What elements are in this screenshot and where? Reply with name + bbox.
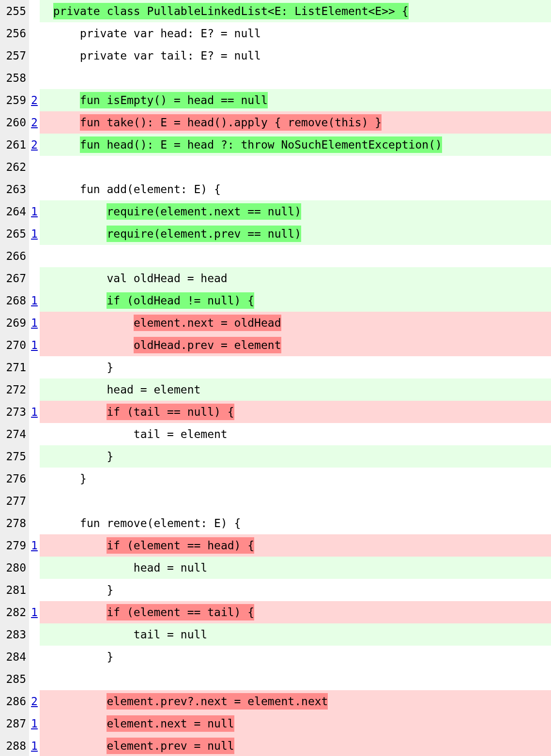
coverage-count-link[interactable]: 1 xyxy=(31,292,38,309)
coverage-count-link[interactable]: 1 xyxy=(31,715,38,732)
code-line: 262 xyxy=(0,156,551,178)
line-number: 266 xyxy=(0,245,29,267)
coverage-count xyxy=(29,445,40,468)
coverage-count[interactable]: 1 xyxy=(29,401,40,423)
code-content: element.prev = null xyxy=(40,735,551,756)
line-number: 259 xyxy=(0,89,29,111)
line-number: 288 xyxy=(0,735,29,756)
code-line: 272 head = element xyxy=(0,378,551,401)
code-content: tail = element xyxy=(40,423,551,445)
line-number: 277 xyxy=(0,490,29,512)
code-segment: } xyxy=(40,448,113,465)
coverage-count xyxy=(29,267,40,289)
coverage-count-link[interactable]: 1 xyxy=(31,337,38,354)
code-segment xyxy=(40,203,107,220)
code-line: 281 } xyxy=(0,579,551,601)
coverage-count xyxy=(29,45,40,67)
code-line: 267 val oldHead = head xyxy=(0,267,551,289)
code-segment xyxy=(40,537,107,554)
coverage-count[interactable]: 1 xyxy=(29,223,40,245)
coverage-count[interactable]: 1 xyxy=(29,200,40,223)
coverage-count[interactable]: 1 xyxy=(29,312,40,334)
line-number: 264 xyxy=(0,200,29,223)
code-line: 284 } xyxy=(0,646,551,668)
code-segment: fun add(element: E) { xyxy=(40,181,221,198)
line-number: 258 xyxy=(0,67,29,89)
code-content: fun take(): E = head().apply { remove(th… xyxy=(40,111,551,134)
code-segment: private class PullableLinkedList<E: List… xyxy=(53,3,409,20)
code-segment: if (oldHead != null) { xyxy=(107,292,254,309)
line-number: 269 xyxy=(0,312,29,334)
coverage-count[interactable]: 2 xyxy=(29,134,40,156)
code-segment: } xyxy=(40,470,87,487)
coverage-count-link[interactable]: 1 xyxy=(31,604,38,621)
code-segment: fun head(): E = head ?: throw NoSuchElem… xyxy=(80,136,442,153)
code-segment: element.next = oldHead xyxy=(134,315,281,332)
coverage-count[interactable]: 1 xyxy=(29,601,40,623)
code-line: 285 xyxy=(0,668,551,690)
coverage-count[interactable]: 1 xyxy=(29,334,40,356)
code-line: 255 private class PullableLinkedList<E: … xyxy=(0,0,551,22)
code-content: val oldHead = head xyxy=(40,267,551,289)
coverage-count xyxy=(29,490,40,512)
code-segment: if (element == head) { xyxy=(107,537,254,554)
code-content: head = null xyxy=(40,557,551,579)
code-line: 2592 fun isEmpty() = head == null xyxy=(0,89,551,111)
code-content: if (element == head) { xyxy=(40,534,551,557)
coverage-count-link[interactable]: 2 xyxy=(31,92,38,109)
code-line: 2791 if (element == head) { xyxy=(0,534,551,557)
coverage-count[interactable]: 1 xyxy=(29,712,40,735)
coverage-count-link[interactable]: 1 xyxy=(31,404,38,421)
code-content: } xyxy=(40,356,551,378)
code-segment xyxy=(40,226,107,242)
line-number: 263 xyxy=(0,178,29,200)
coverage-count[interactable]: 2 xyxy=(29,690,40,712)
code-segment: fun remove(element: E) { xyxy=(40,515,241,532)
coverage-count[interactable]: 1 xyxy=(29,735,40,756)
code-content: private var tail: E? = null xyxy=(40,45,551,67)
code-segment: require(element.next == null) xyxy=(107,203,301,220)
coverage-count-link[interactable]: 1 xyxy=(31,226,38,242)
code-content: } xyxy=(40,468,551,490)
coverage-count-link[interactable]: 1 xyxy=(31,738,38,755)
line-number: 284 xyxy=(0,646,29,668)
code-line: 2641 require(element.next == null) xyxy=(0,200,551,223)
coverage-count-link[interactable]: 2 xyxy=(31,114,38,131)
line-number: 270 xyxy=(0,334,29,356)
coverage-count[interactable]: 1 xyxy=(29,289,40,312)
code-segment xyxy=(40,604,107,621)
code-content: if (tail == null) { xyxy=(40,401,551,423)
code-segment: oldHead.prev = element xyxy=(134,337,281,354)
code-segment xyxy=(40,3,53,20)
coverage-count[interactable]: 2 xyxy=(29,89,40,111)
coverage-count[interactable]: 2 xyxy=(29,111,40,134)
code-content xyxy=(40,67,551,89)
line-number: 275 xyxy=(0,445,29,468)
coverage-count[interactable]: 1 xyxy=(29,534,40,557)
coverage-count-link[interactable]: 1 xyxy=(31,537,38,554)
code-line: 2871 element.next = null xyxy=(0,712,551,735)
code-content: if (oldHead != null) { xyxy=(40,289,551,312)
coverage-count-link[interactable]: 1 xyxy=(31,315,38,332)
code-segment: if (element == tail) { xyxy=(107,604,254,621)
code-content xyxy=(40,245,551,267)
coverage-count xyxy=(29,646,40,668)
coverage-count-link[interactable]: 2 xyxy=(31,693,38,710)
code-content: tail = null xyxy=(40,623,551,646)
code-segment: if (tail == null) { xyxy=(107,404,234,421)
code-line: 257 private var tail: E? = null xyxy=(0,45,551,67)
coverage-count-link[interactable]: 2 xyxy=(31,136,38,153)
code-line: 275 } xyxy=(0,445,551,468)
code-segment: tail = null xyxy=(40,626,207,643)
code-content: fun add(element: E) { xyxy=(40,178,551,200)
coverage-count xyxy=(29,22,40,45)
coverage-count xyxy=(29,423,40,445)
code-line: 266 xyxy=(0,245,551,267)
code-line: 278 fun remove(element: E) { xyxy=(0,512,551,534)
code-content: private var head: E? = null xyxy=(40,22,551,45)
coverage-count-link[interactable]: 1 xyxy=(31,203,38,220)
code-segment xyxy=(40,136,80,153)
code-segment: } xyxy=(40,359,113,376)
line-number: 287 xyxy=(0,712,29,735)
coverage-count xyxy=(29,512,40,534)
